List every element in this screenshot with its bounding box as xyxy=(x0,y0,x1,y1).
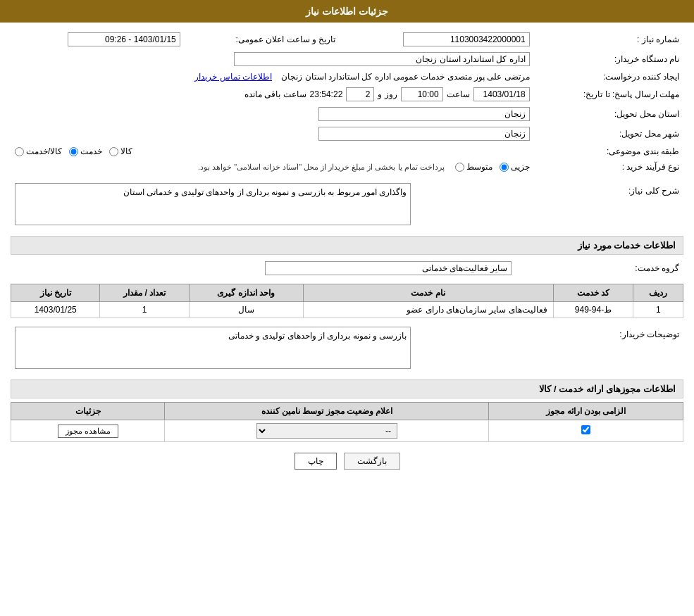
announce-value xyxy=(11,30,185,49)
buyer-org-value xyxy=(11,49,534,69)
print-button[interactable]: چاپ xyxy=(295,453,337,470)
process-value: متوسط جزیی پرداخت تمام یا بخشی از مبلغ خ… xyxy=(11,159,534,175)
delivery-province-label: استان محل تحویل: xyxy=(534,104,683,124)
col-header-row: ردیف xyxy=(633,284,683,302)
col-header-date: تاریخ نیاز xyxy=(11,284,100,302)
category-radio-group: کالا/خدمت خدمت کالا xyxy=(15,146,530,156)
remaining-label: ساعت باقی مانده xyxy=(244,89,306,99)
lic-col-required: الزامی بودن ارائه مجوز xyxy=(489,403,683,420)
lic-col-status: اعلام وضعیت مجوز توسط نامین کننده xyxy=(165,403,489,420)
services-section-title: اطلاعات خدمات مورد نیاز xyxy=(11,236,683,255)
lic-details-cell: مشاهده مجوز xyxy=(11,420,165,442)
requester-text: مرتضی علی پور متصدی خدمات عمومی اداره کل… xyxy=(281,72,529,82)
back-button[interactable]: بازگشت xyxy=(344,453,400,470)
process-radio-group: متوسط جزیی xyxy=(455,162,530,172)
buyer-desc-table: توضیحات خریدار: بازرسی و نمونه برداری از… xyxy=(11,324,683,374)
view-license-button[interactable]: مشاهده مجوز xyxy=(58,425,118,438)
process-row: متوسط جزیی پرداخت تمام یا بخشی از مبلغ خ… xyxy=(15,162,530,172)
lic-required-cell xyxy=(489,420,683,442)
time-label: ساعت xyxy=(447,89,470,99)
jozi-label: جزیی xyxy=(511,162,530,172)
cell-row: 1 xyxy=(633,302,683,318)
announce-label: تاریخ و ساعت اعلان عمومی: xyxy=(185,30,340,49)
cell-code: ط-94-949 xyxy=(553,302,633,318)
category-label: طبقه بندی موضوعی: xyxy=(534,144,683,159)
process-jozi: جزیی xyxy=(500,162,530,172)
process-label: نوع فرآیند خرید : xyxy=(534,159,683,175)
service-group-table: گروه خدمت: xyxy=(11,258,683,278)
buyer-org-label: نام دستگاه خریدار: xyxy=(534,49,683,69)
khedmat-label: خدمت xyxy=(80,146,102,156)
process-motavaset: متوسط xyxy=(455,162,492,172)
cell-quantity: 1 xyxy=(100,302,189,318)
radio-jozi[interactable] xyxy=(500,163,509,172)
cell-unit: سال xyxy=(189,302,303,318)
licenses-section-title: اطلاعات مجوزهای ارائه خدمت / کالا xyxy=(11,379,683,398)
service-group-input[interactable] xyxy=(265,261,512,275)
col-header-name: نام خدمت xyxy=(303,284,553,302)
remaining-time: 23:54:22 xyxy=(310,89,343,99)
buyer-desc-value: بازرسی و نمونه برداری از واحدهای تولیدی … xyxy=(11,324,415,374)
process-description: پرداخت تمام یا بخشی از مبلغ خریدار از مح… xyxy=(198,163,445,172)
lic-status-cell: -- xyxy=(165,420,489,442)
lic-table-row: -- مشاهده مجوز xyxy=(11,420,683,442)
days-label: روز و xyxy=(378,89,397,99)
deadline-days-input[interactable] xyxy=(346,87,374,101)
deadline-row: ساعت روز و 23:54:22 ساعت باقی مانده xyxy=(11,84,534,104)
radio-motavaset[interactable] xyxy=(455,163,464,172)
category-kala-khedmat: کالا/خدمت xyxy=(15,146,62,156)
description-textarea[interactable]: واگذاری امور مربوط به بازرسی و نمونه برد… xyxy=(15,183,411,225)
desc-section-value: واگذاری امور مربوط به بازرسی و نمونه برد… xyxy=(11,180,415,230)
col-header-code: کد خدمت xyxy=(553,284,633,302)
info-table: شماره نیاز : تاریخ و ساعت اعلان عمومی: ن… xyxy=(11,30,683,175)
kala-label: کالا xyxy=(120,146,132,156)
cell-name: فعالیت‌های سایر سازمان‌های دارای عضو xyxy=(303,302,553,318)
delivery-province-value xyxy=(11,104,534,124)
buyer-org-input[interactable] xyxy=(234,52,530,66)
lic-col-details: جزئیات xyxy=(11,403,165,420)
radio-kala-khedmat[interactable] xyxy=(15,147,24,156)
desc-section-label: شرح کلی نیاز: xyxy=(415,180,683,230)
requester-label: ایجاد کننده درخواست: xyxy=(534,69,683,84)
deadline-date-input[interactable] xyxy=(473,87,530,101)
category-khedmat: خدمت xyxy=(69,146,102,156)
col-header-unit: واحد اندازه گیری xyxy=(189,284,303,302)
deadline-label: مهلت ارسال پاسخ: تا تاریخ: xyxy=(534,84,683,104)
lic-status-select[interactable]: -- xyxy=(256,423,397,439)
description-table: شرح کلی نیاز: واگذاری امور مربوط به بازر… xyxy=(11,180,683,230)
page-header: جزئیات اطلاعات نیاز xyxy=(0,0,694,23)
deadline-time-input[interactable] xyxy=(401,87,443,101)
radio-kala[interactable] xyxy=(109,147,118,156)
buyer-desc-textarea[interactable]: بازرسی و نمونه برداری از واحدهای تولیدی … xyxy=(15,327,411,369)
delivery-province-input[interactable] xyxy=(318,107,530,121)
footer-buttons: بازگشت چاپ xyxy=(11,453,683,470)
licenses-table: الزامی بودن ارائه مجوز اعلام وضعیت مجوز … xyxy=(11,402,683,442)
table-row: 1 ط-94-949 فعالیت‌های سایر سازمان‌های دا… xyxy=(11,302,683,318)
service-group-label: گروه خدمت: xyxy=(516,258,683,278)
kala-khedmat-label: کالا/خدمت xyxy=(26,146,62,156)
services-data-grid: ردیف کد خدمت نام خدمت واحد اندازه گیری ت… xyxy=(11,284,683,318)
service-group-value xyxy=(11,258,516,278)
need-number-label: شماره نیاز : xyxy=(534,30,683,49)
cell-date: 1403/01/25 xyxy=(11,302,100,318)
delivery-city-label: شهر محل تحویل: xyxy=(534,124,683,144)
need-number-input[interactable] xyxy=(403,32,530,46)
motavaset-label: متوسط xyxy=(466,162,492,172)
lic-required-checkbox[interactable] xyxy=(581,425,590,434)
main-content: شماره نیاز : تاریخ و ساعت اعلان عمومی: ن… xyxy=(0,23,694,487)
need-number-value xyxy=(340,30,533,49)
page-wrapper: جزئیات اطلاعات نیاز شماره نیاز : تاریخ و… xyxy=(0,0,694,616)
requester-link[interactable]: اطلاعات تماس خریدار xyxy=(194,72,272,82)
buyer-desc-label: توضیحات خریدار: xyxy=(415,324,683,374)
category-value: کالا/خدمت خدمت کالا xyxy=(11,144,534,159)
category-kala: کالا xyxy=(109,146,132,156)
deadline-time-row: ساعت روز و 23:54:22 ساعت باقی مانده xyxy=(15,87,530,101)
col-header-quantity: تعداد / مقدار xyxy=(100,284,189,302)
requester-value: مرتضی علی پور متصدی خدمات عمومی اداره کل… xyxy=(11,69,534,84)
announce-input[interactable] xyxy=(68,32,180,46)
radio-khedmat[interactable] xyxy=(69,147,78,156)
page-title: جزئیات اطلاعات نیاز xyxy=(306,6,388,17)
delivery-city-value xyxy=(11,124,534,144)
delivery-city-input[interactable] xyxy=(318,127,530,141)
